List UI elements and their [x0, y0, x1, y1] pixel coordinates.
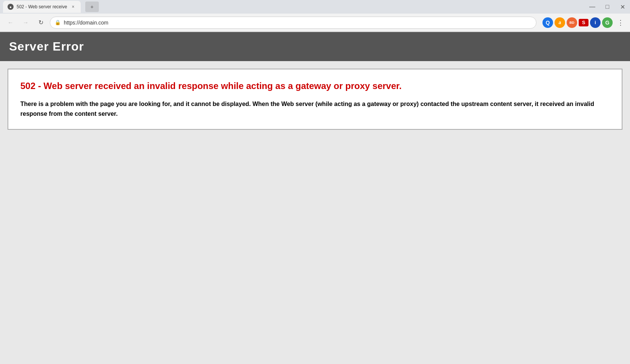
browser-chrome: ● 502 - Web server receive × + — □ ✕ ← →… — [0, 0, 630, 32]
close-window-button[interactable]: ✕ — [618, 2, 627, 11]
nav-bar: ← → ↻ 🔒 https://domain.com Q a BD S i G … — [0, 14, 630, 32]
address-text: https://domain.com — [64, 20, 532, 26]
tab-label: 502 - Web server receive — [17, 4, 67, 9]
page-header: Server Error — [0, 32, 630, 61]
error-description: There is a problem with the page you are… — [20, 99, 610, 118]
error-title: 502 - Web server received an invalid res… — [20, 80, 610, 92]
maximize-button[interactable]: □ — [603, 2, 612, 11]
address-bar[interactable]: 🔒 https://domain.com — [50, 17, 536, 29]
back-icon: ← — [8, 19, 14, 26]
refresh-button[interactable]: ↻ — [35, 17, 47, 29]
qwant-extension[interactable]: Q — [542, 17, 553, 28]
lock-icon: 🔒 — [55, 20, 61, 25]
browser-menu-button[interactable]: ⋮ — [616, 17, 625, 28]
new-tab-button[interactable]: + — [85, 2, 99, 12]
tab-favicon: ● — [8, 4, 14, 10]
page-body: 502 - Web server received an invalid res… — [0, 61, 630, 363]
g-extension[interactable]: G — [602, 17, 613, 28]
active-tab[interactable]: ● 502 - Web server receive × — [3, 1, 81, 13]
info-extension[interactable]: i — [590, 17, 601, 28]
extensions-area: Q a BD S i G — [542, 17, 613, 28]
page-title: Server Error — [9, 40, 621, 54]
error-box: 502 - Web server received an invalid res… — [8, 69, 622, 130]
refresh-icon: ↻ — [38, 19, 43, 26]
back-button[interactable]: ← — [5, 17, 17, 29]
minimize-button[interactable]: — — [588, 2, 597, 11]
tab-close-button[interactable]: × — [70, 4, 76, 10]
save-extension[interactable]: S — [579, 19, 589, 26]
forward-button[interactable]: → — [20, 17, 32, 29]
forward-icon: → — [23, 19, 29, 26]
window-controls: — □ ✕ — [588, 2, 627, 11]
title-bar: ● 502 - Web server receive × + — □ ✕ — [0, 0, 630, 14]
title-bar-left: ● 502 - Web server receive × + — [3, 1, 99, 13]
bitdefender-extension[interactable]: BD — [567, 17, 577, 28]
amazon-extension[interactable]: a — [555, 17, 565, 28]
